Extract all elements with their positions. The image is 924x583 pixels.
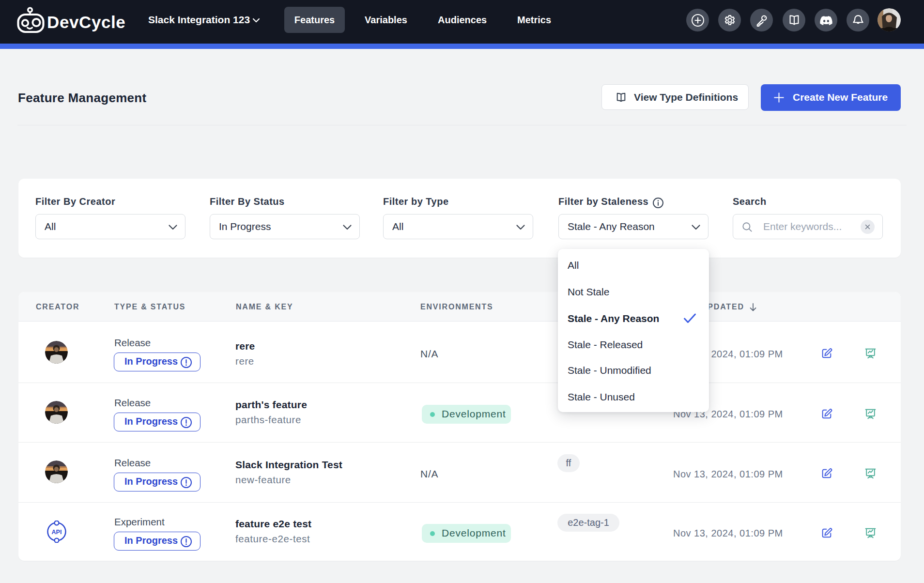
svg-text:API: API <box>52 529 62 536</box>
